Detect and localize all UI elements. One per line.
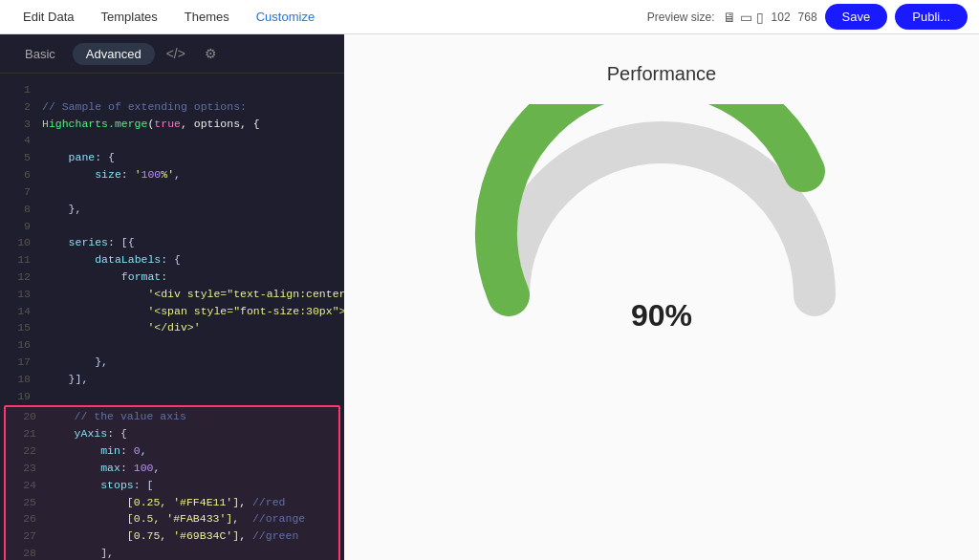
settings-icon[interactable]: ⚙ — [197, 42, 225, 65]
preview-icons: 🖥 ▭ ▯ — [723, 10, 764, 25]
code-line: 1 — [0, 81, 344, 98]
code-line: 9 — [0, 218, 344, 235]
code-line: 19 — [0, 388, 344, 405]
code-line: 24 stops: [ — [6, 477, 338, 494]
code-line: 3Highcharts.merge(true, options, { — [0, 116, 344, 133]
code-line: 28 ], — [6, 545, 338, 560]
code-editor[interactable]: 12// Sample of extending options:3Highch… — [0, 74, 344, 560]
tab-advanced[interactable]: Advanced — [73, 43, 155, 65]
code-line: 5 pane: { — [0, 149, 344, 166]
mobile-icon[interactable]: ▯ — [756, 10, 764, 25]
preview-width: 102 — [772, 11, 791, 24]
code-line: 14 '<span style="font-size:30px">{y}%</s… — [0, 303, 344, 320]
code-line: 2// Sample of extending options: — [0, 98, 344, 116]
tab-bar: Basic Advanced </> ⚙ — [0, 34, 344, 74]
code-line: 12 format: — [0, 269, 344, 286]
code-line: 27 [0.75, '#69B34C'], //green — [6, 528, 338, 545]
tablet-icon[interactable]: ▭ — [740, 10, 752, 25]
code-line: 23 max: 100, — [6, 460, 338, 477]
nav-customize[interactable]: Customize — [245, 6, 326, 28]
code-line: 17 }, — [0, 354, 344, 371]
tab-basic[interactable]: Basic — [11, 43, 69, 65]
code-line: 16 — [0, 336, 344, 354]
gauge-value: 90% — [631, 298, 692, 334]
code-line: 8 }, — [0, 201, 344, 218]
top-navigation: Edit Data Templates Themes Customize Pre… — [0, 0, 979, 34]
publish-button[interactable]: Publi... — [895, 4, 968, 30]
gauge-svg — [470, 104, 853, 324]
top-nav-right: Preview size: 🖥 ▭ ▯ 102 768 Save Publi..… — [647, 4, 968, 30]
code-line: 26 [0.5, '#FAB433'], //orange — [6, 510, 338, 528]
code-line: 10 series: [{ — [0, 234, 344, 251]
save-button[interactable]: Save — [825, 4, 888, 30]
desktop-icon[interactable]: 🖥 — [723, 10, 736, 25]
code-line: 25 [0.25, '#FF4E11'], //red — [6, 494, 338, 511]
chart-title: Performance — [607, 63, 717, 85]
nav-edit-data[interactable]: Edit Data — [11, 6, 85, 28]
nav-templates[interactable]: Templates — [89, 6, 168, 28]
code-line: 11 dataLabels: { — [0, 251, 344, 269]
code-line: 13 '<div style="text-align:center">' + — [0, 286, 344, 303]
code-line: 22 min: 0, — [6, 442, 338, 460]
preview-height: 768 — [798, 11, 817, 24]
code-line: 6 size: '100%', — [0, 166, 344, 183]
left-panel: Basic Advanced </> ⚙ 12// Sample of exte… — [0, 34, 344, 560]
code-line: 18 }], — [0, 371, 344, 388]
preview-size-label: Preview size: — [647, 11, 715, 24]
nav-themes[interactable]: Themes — [173, 6, 241, 28]
code-line: 4 — [0, 132, 344, 149]
code-line: 20 // the value axis — [6, 408, 338, 425]
highlighted-block: 20 // the value axis21 yAxis: {22 min: 0… — [4, 405, 340, 560]
code-line: 21 yAxis: { — [6, 425, 338, 442]
code-line: 15 '</div>' — [0, 319, 344, 336]
main-layout: Basic Advanced </> ⚙ 12// Sample of exte… — [0, 34, 979, 560]
right-panel: Performance 90% — [344, 34, 979, 560]
gauge-container: 90% — [470, 104, 853, 334]
code-line: 7 — [0, 183, 344, 201]
code-icon[interactable]: </> — [159, 42, 193, 65]
